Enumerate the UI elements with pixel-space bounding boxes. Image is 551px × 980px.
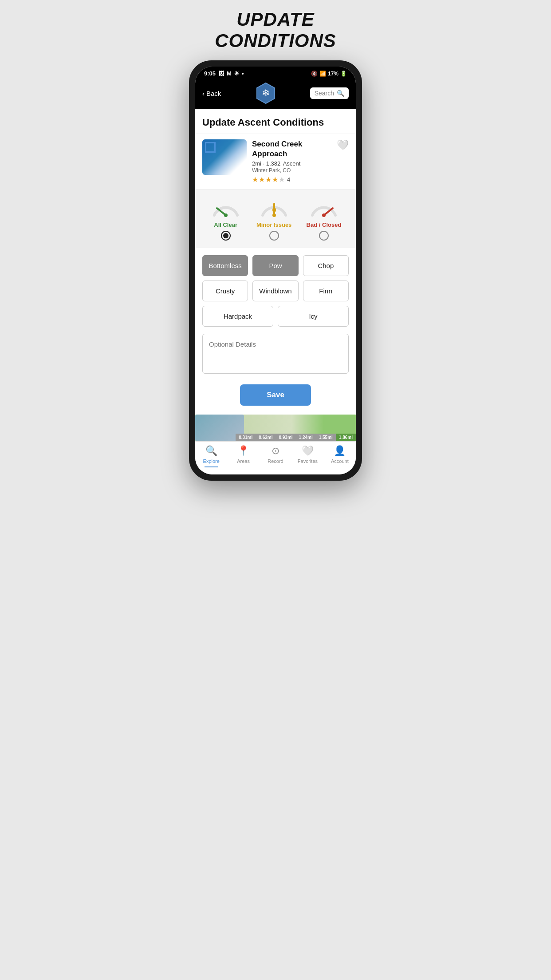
dist-4: 1.55mi <box>316 434 336 441</box>
account-icon: 👤 <box>334 445 346 457</box>
tag-crusty[interactable]: Crusty <box>202 281 248 301</box>
trail-info: Second Creek Approach 2mi · 1,382' Ascen… <box>252 139 331 184</box>
all-clear-radio[interactable] <box>221 231 231 241</box>
condition-minor-issues[interactable]: Minor Issues <box>256 197 291 241</box>
tag-hardpack[interactable]: Hardpack <box>202 306 273 327</box>
record-icon: ⊙ <box>272 445 279 457</box>
tag-firm[interactable]: Firm <box>303 281 349 301</box>
update-heading: Update Ascent Conditions <box>202 117 349 128</box>
content: Update Ascent Conditions Second Creek Ap… <box>195 109 356 441</box>
star-filled: ★★★★★ <box>252 175 285 184</box>
bad-closed-gauge <box>308 197 340 219</box>
explore-icon: 🔍 <box>205 445 217 457</box>
record-label: Record <box>268 458 283 464</box>
map-strip: 0.31mi 0.62mi 0.93mi 1.24mi 1.55mi 1.86m… <box>195 415 356 441</box>
svg-point-9 <box>322 213 326 217</box>
minor-issues-gauge <box>258 197 290 219</box>
svg-point-5 <box>272 213 276 217</box>
trail-location: Winter Park, CO <box>252 167 331 174</box>
status-right: 🔇 📶 17% 🔋 <box>311 71 347 77</box>
wifi-icon: 📶 <box>319 71 326 77</box>
mute-icon: 🔇 <box>311 71 318 77</box>
page-heading: Update Ascent Conditions <box>195 109 356 134</box>
bad-closed-radio[interactable] <box>319 231 329 241</box>
battery: 17% <box>328 71 338 77</box>
search-box[interactable]: Search 🔍 <box>310 87 349 99</box>
explore-active-bar <box>205 466 218 467</box>
trail-image-box <box>205 142 216 153</box>
areas-icon: 📍 <box>237 445 249 457</box>
areas-label: Areas <box>237 458 250 464</box>
nav-record[interactable]: ⊙ Record <box>260 445 291 467</box>
details-section <box>195 334 356 383</box>
condition-bad-closed[interactable]: Bad / Closed <box>307 197 342 241</box>
svg-point-3 <box>224 213 228 217</box>
back-button[interactable]: ‹ Back <box>202 90 221 97</box>
favorite-button[interactable]: 🤍 <box>337 139 349 151</box>
nav-logo: ❄ <box>225 82 305 104</box>
tag-bottomless[interactable]: Bottomless <box>202 255 248 276</box>
dist-5: 1.86mi <box>336 434 356 441</box>
tags-grid: Bottomless Pow Chop Crusty Windblown Fir… <box>202 255 349 301</box>
minor-issues-radio[interactable] <box>269 231 279 241</box>
favorites-icon: 🤍 <box>302 445 314 457</box>
svg-text:❄: ❄ <box>262 87 270 99</box>
tags-section: Bottomless Pow Chop Crusty Windblown Fir… <box>195 248 356 334</box>
back-label: Back <box>206 90 221 97</box>
status-left: 9:05 🖼 M ✳ • <box>204 70 244 77</box>
nav-favorites[interactable]: 🤍 Favorites <box>291 445 323 467</box>
content-inner: Update Ascent Conditions Second Creek Ap… <box>195 109 356 441</box>
app-logo: ❄ <box>256 82 276 104</box>
search-label: Search <box>315 90 334 97</box>
phone-frame: 9:05 🖼 M ✳ • 🔇 📶 17% 🔋 ‹ Back <box>189 60 362 481</box>
dist-1: 0.62mi <box>256 434 276 441</box>
dist-0: 0.31mi <box>236 434 256 441</box>
mail-icon: M <box>227 70 232 77</box>
bad-closed-label: Bad / Closed <box>307 221 342 228</box>
optional-details-input[interactable] <box>202 334 349 374</box>
account-label: Account <box>331 458 349 464</box>
photo-icon: 🖼 <box>218 70 224 77</box>
tag-chop[interactable]: Chop <box>303 255 349 276</box>
tags-row-2: Hardpack Icy <box>202 306 349 327</box>
save-section: Save <box>195 383 356 415</box>
condition-all-clear[interactable]: All Clear <box>210 197 242 241</box>
battery-icon: 🔋 <box>340 71 347 77</box>
nav-account[interactable]: 👤 Account <box>324 445 356 467</box>
dot-indicator: • <box>242 70 244 77</box>
dist-3: 1.24mi <box>296 434 316 441</box>
status-bar: 9:05 🖼 M ✳ • 🔇 📶 17% 🔋 <box>195 67 356 79</box>
page-title: UPDATE CONDITIONS <box>184 9 367 51</box>
trail-rating: ★★★★★ 4 <box>252 175 331 184</box>
rating-number: 4 <box>287 176 290 183</box>
minor-issues-label: Minor Issues <box>256 221 291 228</box>
page-wrapper: UPDATE CONDITIONS 9:05 🖼 M ✳ • 🔇 📶 17% 🔋 <box>184 9 367 481</box>
tag-pow[interactable]: Pow <box>252 255 298 276</box>
nav-explore[interactable]: 🔍 Explore <box>195 445 227 467</box>
favorites-label: Favorites <box>298 458 318 464</box>
back-chevron: ‹ <box>202 90 205 97</box>
condition-section: All Clear <box>195 189 356 248</box>
all-clear-label: All Clear <box>214 221 237 228</box>
settings-icon: ✳ <box>234 70 239 77</box>
search-icon: 🔍 <box>337 90 344 97</box>
nav-areas[interactable]: 📍 Areas <box>227 445 259 467</box>
tag-icy[interactable]: Icy <box>278 306 349 327</box>
all-clear-gauge <box>210 197 242 219</box>
trail-name: Second Creek Approach <box>252 139 331 159</box>
explore-label: Explore <box>203 458 220 464</box>
tag-windblown[interactable]: Windblown <box>252 281 298 301</box>
time: 9:05 <box>204 70 216 77</box>
trail-card: Second Creek Approach 2mi · 1,382' Ascen… <box>195 134 356 189</box>
trail-distance: 2mi · 1,382' Ascent <box>252 160 331 167</box>
phone-screen: 9:05 🖼 M ✳ • 🔇 📶 17% 🔋 ‹ Back <box>195 67 356 474</box>
nav-bar: ‹ Back ❄ Search 🔍 <box>195 79 356 109</box>
distance-markers: 0.31mi 0.62mi 0.93mi 1.24mi 1.55mi 1.86m… <box>236 434 356 441</box>
trail-image <box>202 139 247 175</box>
save-button[interactable]: Save <box>240 384 311 406</box>
bottom-nav: 🔍 Explore 📍 Areas ⊙ Record 🤍 Favorites <box>195 441 356 474</box>
dist-2: 0.93mi <box>276 434 295 441</box>
